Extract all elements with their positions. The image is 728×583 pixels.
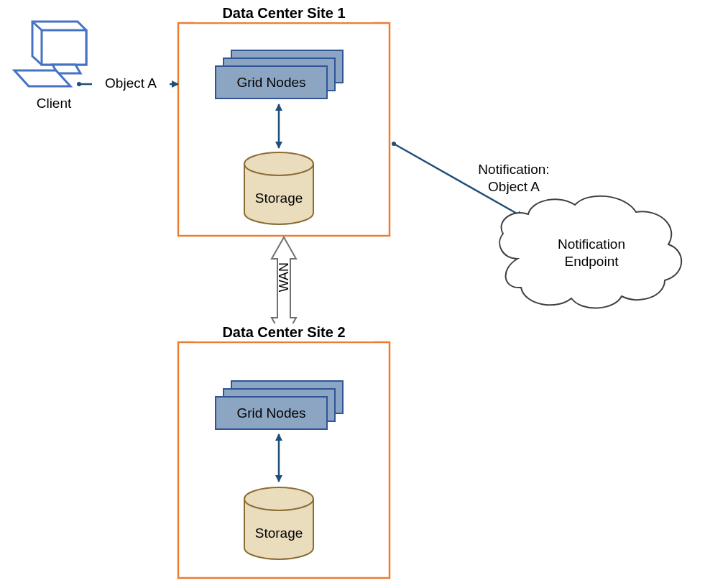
client-computer-icon [14,22,86,86]
svg-point-1 [77,82,81,86]
site2-storage-icon [244,487,313,559]
site2-nodes-label: Grid Nodes [216,405,327,422]
wan-label: WAN [276,270,292,292]
notification-endpoint-label: Notification Endpoint [545,236,638,270]
site2-storage-label: Storage [244,525,313,542]
svg-point-9 [244,487,313,510]
svg-point-10 [392,142,396,146]
site1-storage-label: Storage [244,190,313,207]
site2-title: Data Center Site 2 [194,323,374,341]
site1-nodes-label: Grid Nodes [216,74,327,91]
object-a-label: Object A [92,75,170,92]
site1-storage-icon [244,152,313,224]
client-label: Client [14,95,93,112]
site1-title: Data Center Site 1 [194,4,374,22]
notification-label: Notification: Object A [460,161,568,196]
svg-point-5 [244,152,313,175]
